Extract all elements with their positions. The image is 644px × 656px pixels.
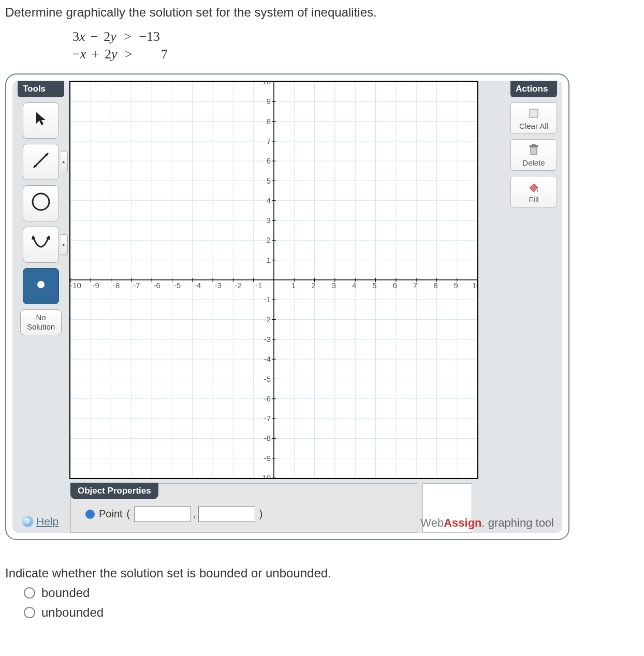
svg-text:-6: -6 [154,281,160,290]
svg-text:10: 10 [472,281,477,290]
point-x-input[interactable] [134,506,191,522]
svg-text:-5: -5 [264,374,271,383]
cursor-icon [34,111,48,129]
svg-line-0 [34,153,48,168]
svg-text:-6: -6 [264,394,271,402]
system-of-inequalities: 3x − 2y > −13 −x + 2y > 7 [72,28,639,63]
svg-point-3 [33,193,49,210]
svg-text:4: 4 [267,196,271,204]
svg-rect-134 [532,144,535,145]
select-tool[interactable] [23,102,59,139]
point-y-input[interactable] [198,506,255,522]
svg-text:-9: -9 [264,453,271,462]
graph-canvas[interactable]: -10-9-8-7-6-5-4-3-2-112345678910-10-9-8-… [69,81,478,479]
no-solution-button[interactable]: No Solution [20,309,62,335]
svg-text:5: 5 [372,281,376,290]
circle-tool[interactable] [23,185,59,221]
open-paren: ( [127,508,130,520]
svg-text:3: 3 [267,216,271,225]
svg-text:8: 8 [433,281,437,290]
graphing-tool-panel: Tools ▸ ▸ [5,73,569,540]
object-properties-header: Object Properties [70,483,158,499]
svg-text:-5: -5 [174,281,181,290]
svg-text:-1: -1 [255,281,262,290]
fill-button[interactable]: Fill [510,176,557,207]
svg-text:-7: -7 [264,414,271,423]
svg-text:-2: -2 [264,315,271,323]
unbounded-label: unbounded [41,605,104,620]
svg-text:9: 9 [454,281,458,290]
svg-text:1: 1 [291,281,295,290]
fill-label: Fill [529,195,538,204]
svg-text:3: 3 [332,281,336,290]
help-icon: ? [22,516,33,527]
svg-text:-10: -10 [70,281,81,290]
svg-text:6: 6 [267,156,271,165]
bounded-option[interactable]: bounded [24,586,639,600]
svg-rect-132 [531,147,537,155]
clear-all-button[interactable]: Clear All [510,102,557,134]
svg-text:-10: -10 [259,473,271,478]
svg-text:4: 4 [352,281,356,290]
parabola-tool[interactable]: ▸ [23,227,59,263]
help-label: Help [36,515,58,528]
svg-text:7: 7 [413,281,417,290]
point-tool[interactable] [23,268,59,304]
svg-text:5: 5 [267,176,271,185]
clear-all-icon [528,107,540,120]
parabola-tool-flyout[interactable]: ▸ [61,234,68,255]
canvas-column: -10-9-8-7-6-5-4-3-2-112345678910-10-9-8-… [69,81,505,533]
svg-text:-8: -8 [264,434,271,442]
bounded-question: Indicate whether the solution set is bou… [5,566,639,580]
actions-header: Actions [510,81,557,97]
line-tool-flyout[interactable]: ▸ [61,152,68,172]
tools-header: Tools [18,81,64,97]
svg-text:-3: -3 [264,334,271,343]
line-tool[interactable]: ▸ [23,144,59,180]
close-paren: ) [259,508,263,520]
svg-text:9: 9 [267,97,271,106]
svg-text:-4: -4 [264,354,271,363]
svg-point-6 [37,281,45,288]
tools-column: Tools ▸ ▸ [12,81,69,533]
svg-text:-7: -7 [133,281,140,290]
svg-text:10: 10 [262,82,271,86]
fill-icon [528,181,540,193]
svg-text:8: 8 [267,116,271,125]
object-properties-panel: Object Properties Point ( , ) [70,483,417,533]
unbounded-option[interactable]: unbounded [24,605,639,620]
svg-text:-1: -1 [264,295,271,304]
svg-text:2: 2 [311,281,315,290]
point-color-dot-icon [85,510,95,519]
line-icon [30,149,52,174]
radio-icon [24,607,35,618]
point-icon [36,279,46,292]
svg-text:2: 2 [267,235,271,244]
svg-text:7: 7 [267,136,271,145]
parabola-icon [30,232,52,257]
svg-text:-2: -2 [235,281,242,290]
instruction-text: Determine graphically the solution set f… [5,5,639,20]
actions-column: Actions Clear All Delete Fill [505,81,562,533]
bounded-label: bounded [41,586,90,600]
svg-text:-4: -4 [194,281,201,290]
trash-icon [528,144,540,156]
brand-label: WebAssign. graphing tool [420,516,554,530]
point-label: Point [99,508,123,520]
svg-text:-8: -8 [113,281,120,290]
radio-icon [24,587,35,599]
svg-text:6: 6 [393,281,397,290]
delete-label: Delete [522,158,545,167]
svg-text:-9: -9 [93,281,99,290]
circle-icon [30,190,52,216]
inequality-2: −x + 2y > 7 [72,46,639,63]
comma: , [193,508,196,520]
inequality-1: 3x − 2y > −13 [72,28,639,46]
delete-button[interactable]: Delete [510,139,557,171]
svg-rect-131 [530,109,538,117]
svg-text:1: 1 [267,255,271,264]
help-link[interactable]: ? Help [22,515,58,528]
svg-text:-3: -3 [214,281,221,290]
clear-all-label: Clear All [519,122,548,130]
